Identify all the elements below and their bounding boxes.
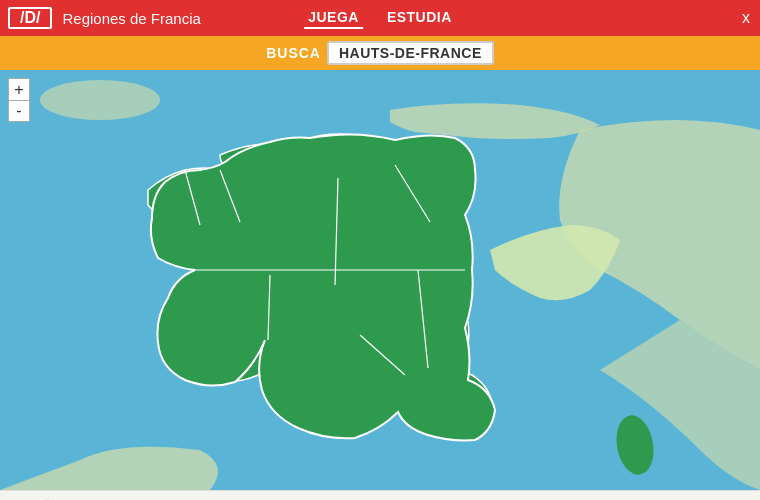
svg-point-1 [40, 80, 160, 120]
close-button[interactable]: x [742, 9, 750, 27]
task-bar: BUSCA HAUTS-DE-FRANCE [0, 36, 760, 70]
zoom-out-button[interactable]: - [8, 100, 30, 122]
bottom-bar: ES 🔊 0 / 130 ▲ 00:00:09 [0, 490, 760, 500]
zoom-in-button[interactable]: + [8, 78, 30, 100]
nav-tabs: JUEGA ESTUDIA [304, 7, 456, 29]
tab-juega[interactable]: JUEGA [304, 7, 363, 29]
france-svg-map[interactable] [0, 70, 760, 490]
header: /D/ Regiones de Francia JUEGA ESTUDIA x [0, 0, 760, 36]
region-badge: HAUTS-DE-FRANCE [327, 41, 494, 65]
zoom-controls: + - [8, 78, 30, 122]
map-container[interactable]: + - [0, 70, 760, 490]
busca-label: BUSCA [266, 45, 321, 61]
logo-badge: /D/ [8, 7, 52, 29]
tab-estudia[interactable]: ESTUDIA [383, 7, 456, 29]
app-title: Regiones de Francia [62, 10, 200, 27]
